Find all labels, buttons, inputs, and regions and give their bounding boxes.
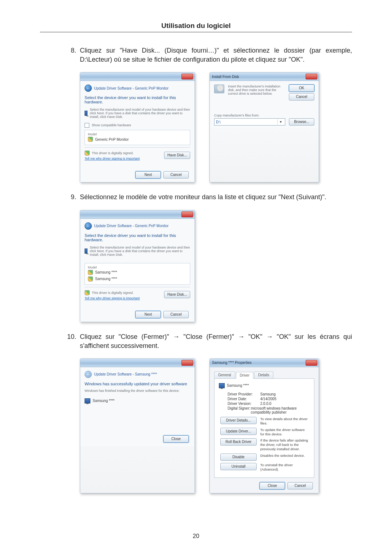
date-key: Driver Date: xyxy=(228,397,260,401)
list-item[interactable]: Generic PnP Monitor xyxy=(88,136,187,143)
list-item[interactable]: Samsung **** xyxy=(88,276,187,282)
compatible-label: Show compatible hardware xyxy=(92,124,131,127)
model-name: Samsung **** xyxy=(95,277,117,281)
close-icon[interactable] xyxy=(181,360,193,366)
close-icon[interactable] xyxy=(181,74,193,79)
chevron-down-icon[interactable]: ▾ xyxy=(277,119,283,125)
close-icon[interactable] xyxy=(306,74,317,79)
page-title: Utilisation du logiciel xyxy=(40,22,352,32)
close-icon[interactable] xyxy=(181,212,193,217)
dialog-title: Install From Disk xyxy=(212,75,239,79)
date-value: 4/14/2005 xyxy=(260,397,277,401)
step-number: 10. xyxy=(62,332,80,350)
version-value: 2.0.0.0 xyxy=(260,402,271,406)
close-button[interactable]: Close xyxy=(260,482,285,489)
dialog-sub: Windows has finished installing the driv… xyxy=(85,389,190,393)
monitor-icon xyxy=(219,383,225,388)
cancel-button[interactable]: Cancel xyxy=(163,311,189,318)
close-button[interactable]: Close xyxy=(163,435,189,443)
screenshot-row-2: ← Update Driver Software - Generic PnP M… xyxy=(80,210,352,322)
step-number: 9. xyxy=(62,193,80,202)
cancel-button[interactable]: Cancel xyxy=(289,93,314,100)
titlebar xyxy=(80,73,195,81)
breadcrumb: ← Update Driver Software - Generic PnP M… xyxy=(85,85,190,92)
signing-link[interactable]: Tell me why driver signing is important xyxy=(85,296,140,300)
monitor-icon xyxy=(85,398,90,403)
dialog-heading: Select the device driver you want to ins… xyxy=(85,233,190,242)
disable-button[interactable]: Disable xyxy=(220,454,257,461)
shield-icon xyxy=(85,290,90,295)
monitor-icon xyxy=(85,111,87,116)
titlebar: Install From Disk xyxy=(210,73,319,81)
step-text: Sélectionnez le modèle de votre moniteur… xyxy=(80,193,352,202)
driver-details-desc: To view details about the driver files. xyxy=(260,417,310,426)
list-item[interactable]: Samsung **** xyxy=(88,269,187,276)
step-8: 8. Cliquez sur "Have Disk... (Disque fou… xyxy=(62,46,352,64)
model-header: Model xyxy=(88,266,187,269)
path-combo[interactable]: D:\ ▾ xyxy=(214,118,285,126)
cancel-button[interactable]: Cancel xyxy=(287,482,313,489)
signer-key: Digital Signer: xyxy=(228,406,251,414)
ok-button[interactable]: OK xyxy=(289,85,314,92)
update-driver-success-dialog: ← Update Driver Software - Samsung **** … xyxy=(80,358,195,493)
back-icon: ← xyxy=(85,371,92,378)
update-driver-desc: To update the driver software for this d… xyxy=(260,428,310,436)
dialog-title: Samsung **** Properties xyxy=(212,361,252,365)
shield-icon xyxy=(85,151,90,156)
titlebar: Samsung **** Properties xyxy=(210,359,319,367)
shield-icon xyxy=(88,270,93,275)
model-name: Generic PnP Monitor xyxy=(95,138,129,141)
dialog-heading: Windows has successfully updated your dr… xyxy=(85,382,190,386)
shield-icon xyxy=(88,276,93,282)
model-list: Model Generic PnP Monitor xyxy=(85,130,190,145)
browse-button[interactable]: Browse... xyxy=(289,118,314,126)
step-9: 9. Sélectionnez le modèle de votre monit… xyxy=(62,193,352,202)
rollback-driver-desc: If the device fails after updating the d… xyxy=(260,438,310,451)
have-disk-button[interactable]: Have Disk... xyxy=(164,291,190,298)
dialog-hint: Select the manufacturer and model of you… xyxy=(90,108,190,119)
next-button[interactable]: Next xyxy=(135,171,161,178)
close-icon[interactable] xyxy=(306,360,317,366)
cancel-button[interactable]: Cancel xyxy=(163,171,189,178)
screenshot-row-3: ← Update Driver Software - Samsung **** … xyxy=(80,358,352,493)
device-name: Samsung **** xyxy=(93,399,115,403)
step-text: Cliquez sur "Have Disk... (Disque fourni… xyxy=(80,46,352,64)
step-number: 8. xyxy=(62,46,80,64)
titlebar xyxy=(80,210,195,219)
signer-value: microsoft windows hardware compatibility… xyxy=(251,406,310,414)
provider-key: Driver Provider: xyxy=(228,392,260,396)
screenshot-row-1: ← Update Driver Software - Generic PnP M… xyxy=(80,72,352,182)
uninstall-desc: To uninstall the driver (Advanced). xyxy=(260,463,310,472)
compatible-checkbox[interactable] xyxy=(85,123,89,128)
update-driver-dialog-generic: ← Update Driver Software - Generic PnP M… xyxy=(80,72,195,182)
tab-driver[interactable]: Driver xyxy=(236,372,254,379)
uninstall-button[interactable]: Uninstall xyxy=(220,463,257,470)
signing-link[interactable]: Tell me why driver signing is important xyxy=(85,157,140,160)
have-disk-button[interactable]: Have Disk... xyxy=(164,152,190,159)
disk-icon xyxy=(214,85,224,93)
model-list: Model Samsung **** Samsung **** xyxy=(85,263,190,285)
update-driver-button[interactable]: Update Driver... xyxy=(220,428,257,435)
model-name: Samsung **** xyxy=(95,270,117,274)
breadcrumb-text: Update Driver Software - Samsung **** xyxy=(94,372,157,376)
tab-details[interactable]: Details xyxy=(254,372,273,378)
document-page: Utilisation du logiciel 8. Cliquez sur "… xyxy=(0,0,392,554)
titlebar xyxy=(80,359,195,367)
path-value: D:\ xyxy=(216,120,277,124)
tab-general[interactable]: General xyxy=(214,372,235,378)
step-text: Cliquez sur "Close (Fermer)" → "Close (F… xyxy=(80,332,352,350)
tab-bar: General Driver Details xyxy=(214,372,314,379)
driver-details-button[interactable]: Driver Details... xyxy=(220,417,257,424)
step-10: 10. Cliquez sur "Close (Fermer)" → "Clos… xyxy=(62,332,352,350)
monitor-icon xyxy=(85,249,87,254)
rollback-driver-button[interactable]: Roll Back Driver xyxy=(220,438,257,446)
update-driver-dialog-models: ← Update Driver Software - Generic PnP M… xyxy=(80,210,195,322)
dialog-heading: Select the device driver you want to ins… xyxy=(85,95,190,104)
disable-desc: Disables the selected device. xyxy=(260,454,310,458)
breadcrumb: ← Update Driver Software - Generic PnP M… xyxy=(85,222,190,230)
device-name: Samsung **** xyxy=(227,383,249,387)
next-button[interactable]: Next xyxy=(135,311,161,318)
back-icon[interactable]: ← xyxy=(85,222,92,230)
back-icon[interactable]: ← xyxy=(85,85,92,92)
page-number: 20 xyxy=(0,533,392,539)
